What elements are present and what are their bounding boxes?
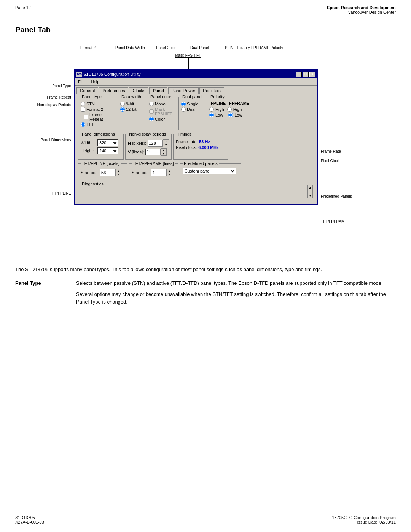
app-icon: 105 xyxy=(76,72,82,77)
win-titlebar: 105 S1D13705 Configuration Utility _ □ ✕ xyxy=(75,70,317,78)
radio-frame-row: FrameRepeat xyxy=(84,112,113,121)
diagnostics-title: Diagnostics xyxy=(81,182,105,186)
h-input[interactable] xyxy=(148,140,163,147)
tft-fpframe-group: TFT/FPFRAME [lines] Start pos: ▲ ▼ xyxy=(129,163,178,180)
tab-general[interactable]: General xyxy=(76,87,98,94)
pixel-clock-row: Pixel clock: 6.000 MHz xyxy=(176,145,226,150)
tab-preferences[interactable]: Preferences xyxy=(99,87,128,94)
fpline-spin-down[interactable]: ▼ xyxy=(116,173,121,176)
connector-mask xyxy=(188,58,189,69)
height-label: Height: xyxy=(81,149,96,153)
tab-registers[interactable]: Registers xyxy=(199,87,224,94)
v-input[interactable] xyxy=(145,149,161,155)
radio-stn[interactable] xyxy=(81,102,85,106)
radio-dual-row: Dual xyxy=(181,107,202,112)
fpframe-spin-down[interactable]: ▼ xyxy=(167,173,172,176)
label-mask: MaskFPSHIFT xyxy=(155,107,172,116)
predefined-title: Predefined panels xyxy=(183,161,219,166)
label-single: Single xyxy=(187,102,199,106)
menu-file[interactable]: File xyxy=(76,79,86,85)
non-display-group: Non-display periods H [pixels]: ▲ ▼ xyxy=(125,134,172,160)
fpline-input[interactable] xyxy=(100,169,115,176)
radio-12bit[interactable] xyxy=(120,107,125,112)
radio-9bit[interactable] xyxy=(120,102,125,106)
fpframe-spinbox: ▲ ▼ xyxy=(151,169,172,176)
fpline-spin-up[interactable]: ▲ xyxy=(116,169,121,173)
h-label: H [pixels]: xyxy=(128,141,146,145)
label-fpline-high: High xyxy=(215,107,224,112)
panel-dimensions-title: Panel dimensions xyxy=(81,132,116,136)
h-spin-up[interactable]: ▲ xyxy=(163,140,169,143)
radio-fpline-low[interactable] xyxy=(209,113,214,117)
middle-groups-row: Panel dimensions Width: 320 Height: xyxy=(78,134,314,162)
radio-mono[interactable] xyxy=(149,102,154,106)
radio-fpframe-low[interactable] xyxy=(228,113,233,117)
fpframe-input[interactable] xyxy=(151,169,166,176)
right-labels: Frame Rate Pixel Clock Predefined Panels… xyxy=(318,69,367,260)
panel-color-title: Panel color xyxy=(149,94,172,99)
close-button[interactable]: ✕ xyxy=(309,72,315,77)
height-row: Height: 240 xyxy=(81,147,121,154)
fpframe-spin-up[interactable]: ▲ xyxy=(167,169,172,173)
v-spinbox: ▲ ▼ xyxy=(145,148,167,156)
scroll-up-btn[interactable]: ▲ xyxy=(308,185,312,190)
section-title: Panel Tab xyxy=(15,26,396,34)
label-frame-rate: Frame Rate xyxy=(321,149,341,153)
tab-clocks[interactable]: Clocks xyxy=(129,87,148,94)
v-spin-down[interactable]: ▼ xyxy=(161,152,166,155)
connector-pixel-clock xyxy=(318,161,321,161)
panel-color-group: Panel color Mono MaskFPSHIFT xyxy=(147,97,177,130)
dialog-title: S1D13705 Configuration Utility xyxy=(83,72,140,77)
panel-type-subsection: Panel Type Selects between passive (STN)… xyxy=(15,280,396,310)
maximize-button[interactable]: □ xyxy=(303,72,309,77)
radio-fpline-high[interactable] xyxy=(209,107,214,112)
predefined-select[interactable]: Custom panel xyxy=(183,168,236,174)
menu-help[interactable]: Help xyxy=(89,79,101,85)
fpline-startpos-row: Start pos: ▲ ▼ xyxy=(81,169,125,176)
label-fpframe-low: Low xyxy=(234,113,242,117)
panel-type-subsection-body: Selects between passive (STN) and active… xyxy=(76,280,396,310)
tft-fpframe-title: TFT/FPFRAME [lines] xyxy=(132,161,175,166)
tab-panel[interactable]: Panel xyxy=(149,87,167,94)
radio-single[interactable] xyxy=(181,102,186,106)
radio-stn-row: STN xyxy=(81,102,113,106)
checkbox-format2[interactable] xyxy=(81,107,85,112)
footer-program: 13705CFG Configuration Program xyxy=(332,515,396,520)
label-fpframe-high: High xyxy=(233,107,242,112)
timings-title: Timings xyxy=(176,132,193,136)
dual-panel-title: Dual panel xyxy=(181,94,204,99)
v-spin-up[interactable]: ▲ xyxy=(161,149,166,152)
connector-dual-panel xyxy=(199,50,199,62)
connector-frame-rate xyxy=(318,152,321,152)
h-spin-down[interactable]: ▼ xyxy=(163,143,169,147)
scroll-down-btn[interactable]: ▼ xyxy=(308,193,312,198)
radio-mono-row: Mono xyxy=(149,102,174,106)
width-label: Width: xyxy=(81,141,96,145)
radio-color[interactable] xyxy=(149,117,154,121)
checkbox-mask[interactable] xyxy=(149,109,154,114)
minimize-button[interactable]: _ xyxy=(296,72,302,77)
checkbox-frame[interactable] xyxy=(84,115,88,119)
footer-left: S1D13705 X27A-B-001-03 xyxy=(15,515,44,524)
frame-rate-label: Frame rate: xyxy=(176,139,198,144)
scrollbar[interactable]: ▲ ▼ xyxy=(307,185,313,198)
company-location: Vancouver Design Center xyxy=(327,10,396,14)
radio-dual[interactable] xyxy=(181,107,186,112)
width-row: Width: 320 xyxy=(81,139,121,146)
footer-right: 13705CFG Configuration Program Issue Dat… xyxy=(332,515,396,524)
label-tft-fpframe: TFT/FPFRAME xyxy=(321,220,347,224)
frame-rate-value: 53 Hz xyxy=(199,139,210,144)
tab-panel-power[interactable]: Panel Power xyxy=(168,87,199,94)
radio-fpframe-high[interactable] xyxy=(227,107,232,112)
panel-type-body1: Selects between passive (STN) and active… xyxy=(76,280,396,287)
company-name: Epson Research and Development xyxy=(327,5,396,10)
height-select[interactable]: 240 xyxy=(97,147,118,154)
radio-tft[interactable] xyxy=(81,122,85,127)
prose-section: The S1D13705 supports many panel types. … xyxy=(15,266,396,309)
footer-product: S1D13705 xyxy=(15,515,44,520)
fpframe-startpos-row: Start pos: ▲ ▼ xyxy=(132,169,176,176)
width-select[interactable]: 320 xyxy=(97,139,118,146)
v-lines-row: V [lines]: ▲ ▼ xyxy=(128,148,169,156)
top-labels-area: Format 2 Panel Data Width Panel Color Du… xyxy=(74,42,396,69)
connector-tft-fpframe xyxy=(318,222,321,222)
